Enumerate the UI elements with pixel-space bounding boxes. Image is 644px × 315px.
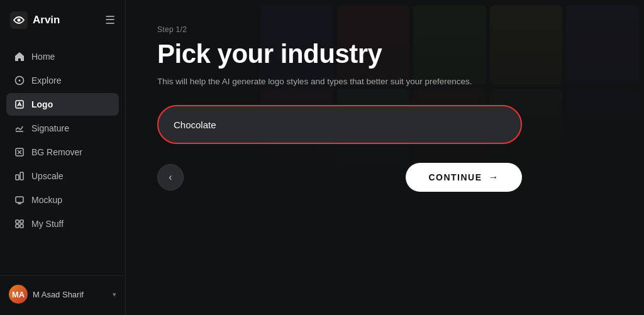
sidebar-item-explore-label: Explore	[31, 75, 61, 86]
sidebar-item-logo-label: Logo	[31, 99, 53, 109]
svg-rect-9	[16, 220, 19, 223]
svg-rect-7	[20, 172, 23, 180]
home-icon	[14, 51, 25, 62]
sidebar-logo: Arvin	[10, 11, 60, 29]
subtitle: This will help the AI generate logo styl…	[157, 77, 606, 86]
arvin-logo-icon	[10, 11, 28, 29]
sidebar-item-my-stuff[interactable]: My Stuff	[6, 213, 119, 235]
user-name: M Asad Sharif	[33, 290, 84, 299]
sidebar-item-home[interactable]: Home	[6, 45, 119, 68]
back-arrow-icon: ‹	[169, 172, 172, 183]
continue-label: CONTINUE	[428, 172, 482, 182]
back-button[interactable]: ‹	[157, 164, 184, 191]
page-title: Pick your industry	[157, 39, 606, 69]
sidebar-item-bg-remover[interactable]: BG Remover	[6, 141, 119, 163]
sidebar-item-explore[interactable]: Explore	[6, 69, 119, 92]
upscale-icon	[14, 170, 25, 182]
mockup-icon	[14, 194, 25, 206]
svg-rect-10	[20, 220, 23, 223]
avatar: MA	[9, 285, 28, 304]
logo-nav-icon	[14, 99, 25, 110]
sidebar-item-mockup-label: Mockup	[31, 195, 62, 205]
menu-icon[interactable]: ☰	[105, 13, 115, 27]
sidebar: Arvin ☰ Home Explore	[0, 0, 126, 315]
industry-input-field[interactable]: Chocolate	[157, 105, 522, 144]
chevron-down-icon: ▾	[113, 290, 116, 299]
signature-icon	[14, 123, 25, 134]
svg-rect-12	[20, 224, 23, 228]
sidebar-item-signature-label: Signature	[31, 123, 69, 133]
svg-point-1	[18, 19, 21, 22]
sidebar-item-upscale[interactable]: Upscale	[6, 165, 119, 187]
continue-arrow-icon: →	[489, 172, 500, 183]
sidebar-item-bg-remover-label: BG Remover	[31, 147, 82, 157]
continue-button[interactable]: CONTINUE →	[406, 163, 522, 192]
page-content: Step 1/2 Pick your industry This will he…	[126, 0, 644, 315]
main-content: Step 1/2 Pick your industry This will he…	[126, 0, 644, 315]
svg-rect-11	[16, 224, 19, 228]
sidebar-navigation: Home Explore Logo	[0, 40, 125, 275]
sidebar-brand-name: Arvin	[33, 14, 60, 26]
user-profile[interactable]: MA M Asad Sharif ▾	[0, 275, 125, 315]
industry-input-value: Chocolate	[174, 119, 216, 130]
sidebar-item-upscale-label: Upscale	[31, 171, 64, 181]
svg-point-3	[19, 80, 21, 82]
explore-icon	[14, 75, 25, 86]
sidebar-item-my-stuff-label: My Stuff	[31, 219, 64, 229]
sidebar-item-home-label: Home	[31, 52, 55, 62]
sidebar-item-logo[interactable]: Logo	[6, 93, 119, 116]
bg-remover-icon	[14, 146, 25, 158]
step-label: Step 1/2	[157, 25, 606, 34]
sidebar-item-mockup[interactable]: Mockup	[6, 189, 119, 211]
actions-row: ‹ CONTINUE →	[157, 163, 522, 192]
sidebar-header: Arvin ☰	[0, 0, 125, 40]
sidebar-item-signature[interactable]: Signature	[6, 117, 119, 140]
my-stuff-icon	[14, 218, 25, 229]
svg-rect-6	[16, 175, 19, 180]
svg-rect-8	[16, 197, 23, 202]
